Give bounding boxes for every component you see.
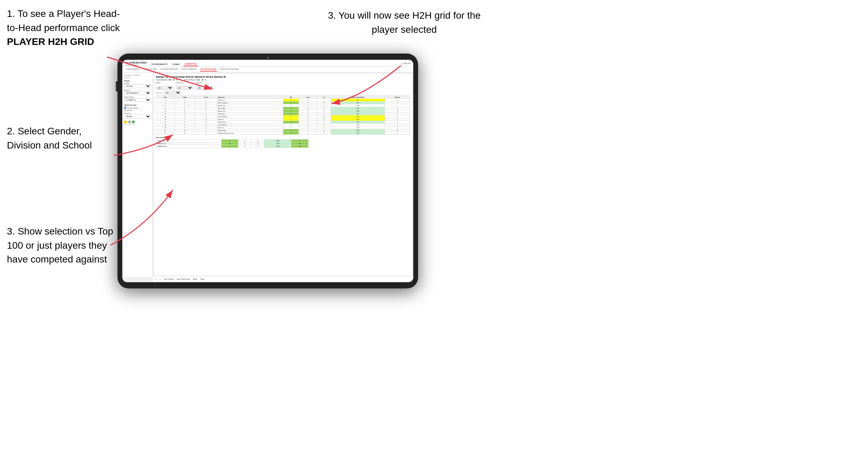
nav-tournaments[interactable]: TOURNAMENTS [150,63,169,66]
opponent-select[interactable]: (All) [196,86,213,90]
ood-row: NCAA Division 2 5 0 0 7.400 10 [156,145,309,148]
colour-by-select[interactable]: Win/loss [124,115,151,118]
toolbar-sep1: | [158,278,158,280]
col-conf: # Conf [195,96,217,99]
table-row: 5 2 2 Alexis Sudjianto 1 0 0 4.00 3 [156,102,410,104]
division-record: Division Record: 331 - 34 - 6 [184,79,206,81]
app-body: Last Updated: 27/03/2024 16:55:38 Player… [122,73,413,277]
opponent-filter-label: Opponent [196,82,213,84]
toolbar-share[interactable]: Share [200,278,205,280]
h2h-records: Overall Record: 353 - 34 - 6 Division Re… [156,79,410,81]
logo-area: SCOREBOARD Powered by clippd [125,61,148,66]
col-rounds: Rounds [385,96,410,99]
table-row: 14 7 4 Eunice Yi 2 2 0 0.38 9 [156,118,410,121]
overall-record: Overall Record: 353 - 34 - 6 [156,79,177,81]
table-row: 13 1 1 Jessica Huang 1 0 0 -3.00 2 [156,115,410,118]
sub-nav-team-summary[interactable]: TEAM SUMMARY [125,67,141,72]
col-tie: Tie [317,96,331,99]
instruction-step1: 1. To see a Player's Head-to-Head perfor… [7,7,124,49]
sidebar-gender-section: Gender Women's [124,83,151,88]
sub-nav: TEAM SUMMARY TEAM H2H GRID TEAM H2H HEAT… [122,67,413,73]
opponent-filter: Opponent (All) [196,82,213,90]
sidebar-division-section: Division NCAA Division III [124,89,151,95]
toolbar-sep5: | [199,278,199,280]
legend-down: Down [124,121,127,125]
sub-nav-team-heatmap[interactable]: TEAM H2H HEATMAP [160,67,178,72]
sidebar-timestamp: Last Updated: 27/03/2024 16:55:38 [124,74,151,78]
col-reg: # Reg [174,96,195,99]
colour-by-section: Colour by Win/loss [124,113,151,118]
region-select[interactable]: (All) [156,86,173,90]
nav-teams[interactable]: TEAMS [171,63,181,66]
toolbar-sep3: | [175,278,175,280]
table-row: 11 2 5 Heejo Hyun 1 0 0 3.33 3 [156,113,410,115]
logo-sub: Powered by clippd [125,64,148,66]
toolbar-save-custom[interactable]: Save Custom View [177,278,190,280]
conference-select[interactable]: (All) [176,86,193,90]
tablet-screen: SCOREBOARD Powered by clippd TOURNAMENTS… [122,60,413,282]
sidebar-player-rank-section: Player (Rank) 8. Katelyn Vo [124,96,151,102]
opponent-view-label: Opponent view [124,104,151,106]
col-opponent: Opponent [217,96,283,99]
bottom-toolbar: ↩ | ↪ | View: Original | Save Custom Vie… [153,276,413,282]
table-row: 15 8 5 Stella Cheng 1 0 0 1.25 4 [156,121,410,124]
nav-bar: TOURNAMENTS TEAMS COMMITTEE [150,61,398,66]
nav-right: i | Sign out [401,61,411,64]
sidebar: Last Updated: 27/03/2024 16:55:38 Player… [122,73,153,277]
sub-nav-player-summary[interactable]: PLAYER SUMMARY [180,67,198,72]
out-of-division-label: Out of division [156,136,410,139]
radio-opponents-played[interactable]: Opponents Played [124,107,151,109]
instruction-step3-right: 3. You will now see H2H grid for the pla… [321,9,487,37]
sign-out-link[interactable]: Sign out [404,62,411,64]
table-row: 9 1 4 Sharon Mun 1 0 0 3.67 3 [156,107,410,110]
toolbar-sep4: | [191,278,191,280]
sidebar-gender-select[interactable]: Women's [124,84,151,88]
table-row: 10 6 3 Andrea York 2 0 0 4.00 4 [156,110,410,113]
col-loss: Loss [299,96,317,99]
col-div: # Div [156,96,175,99]
sub-nav-player-h2h[interactable]: PLAYER H2H GRID [200,67,217,72]
colour-by-label: Colour by [124,113,151,114]
instruction-step1-bold: PLAYER H2H GRID [7,36,94,47]
legend-down-label: Down [124,124,127,125]
toolbar-watch[interactable]: Watch [193,278,197,280]
tablet-button [116,81,117,92]
page-wrapper: 1. To see a Player's Head-to-Head perfor… [0,0,868,467]
radio-top100[interactable]: Top 100 [124,109,151,111]
h2h-title: Katelyn Vo Head-to-Head Grid for Women's… [156,76,410,78]
table-row: 6 3 1 Esther Lee 1 0 1 1.50 4 [156,99,410,102]
legend-up: Up [132,121,135,125]
opponents-row: Opponents: (All) [156,91,410,95]
toolbar-redo[interactable]: ↪ [159,278,161,280]
opponents-filter-label: Opponents: [156,92,163,94]
conference-label: Conference [176,82,193,84]
col-diff: Diff Av Strokes/Rnd [331,96,385,99]
toolbar-sep2: | [162,278,162,280]
sidebar-player-select[interactable]: 8. Katelyn Vo [124,98,151,102]
nav-committee[interactable]: COMMITTEE [183,62,198,66]
tablet-device: SCOREBOARD Powered by clippd TOURNAMENTS… [117,54,418,288]
app-header: SCOREBOARD Powered by clippd TOURNAMENTS… [122,60,413,67]
sub-nav-team-h2h[interactable]: TEAM H2H GRID [143,67,158,72]
sidebar-player-section: Player Gender Women's Division [124,80,151,102]
toolbar-view-original[interactable]: View: Original [164,278,173,280]
conference-filter: Conference (All) [176,82,193,90]
legend-level-label: Level [128,124,131,125]
table-row: 20 11 7 Federica Domecq Lacroze 2 1 0 1.… [156,132,410,135]
instruction-step2: 2. Select Gender, Division and School [7,124,114,152]
logo-text: SCOREBOARD [125,61,148,64]
filter-row: Region (All) Conference (All) [156,82,410,90]
table-row: 18 2 2 Euna Lee 0 1 0 -5.00 2 [156,126,410,129]
h2h-table: # Div # Reg # Conf Opponent Win Loss Tie… [156,95,410,135]
toolbar-undo[interactable]: ↩ [155,278,156,280]
legend-level: Level [128,121,131,125]
ood-row: NAIA Division 1 15 0 0 9.267 30 [156,142,309,145]
sidebar-player-label: Player [124,80,151,82]
ood-table: Foreign Team 1 0 0 4.500 2 NAIA Division… [156,139,309,148]
main-content: Katelyn Vo Head-to-Head Grid for Women's… [154,74,412,276]
sidebar-division-select[interactable]: NCAA Division III [124,91,151,95]
region-filter: Region (All) [156,82,173,90]
opponents-select[interactable]: (All) [164,91,181,95]
tablet-camera [267,57,269,59]
sub-nav-player-heatmap[interactable]: PLAYER H2H HEATMAP [219,67,240,72]
